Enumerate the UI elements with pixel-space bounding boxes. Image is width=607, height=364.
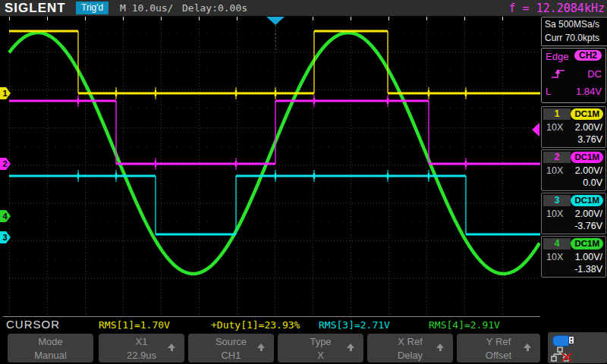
channel-1-box[interactable]: 1 DC1M 10X 2.00V/ 3.76V (541, 106, 606, 148)
menu-xref-button[interactable]: X RefDelay (367, 334, 453, 362)
up-arrow-icon (168, 344, 175, 348)
menu-x1-button[interactable]: X122.9us (99, 334, 184, 362)
trigger-level-marker[interactable] (532, 123, 539, 136)
channel-3-number[interactable]: 3 (543, 195, 571, 206)
trigger-info-box[interactable]: Edge CH2 DC L 1.84V (541, 48, 606, 103)
trigger-status-badge: Trig'd (76, 2, 109, 14)
channel-3-scale: 2.00V/ (575, 209, 602, 219)
channel-2-coupling-badge[interactable]: DC1M (571, 152, 603, 163)
channel-4-probe: 10X (546, 252, 563, 262)
measurement-rms-ch4: RMS[4]=2.91V (429, 319, 500, 331)
top-status-bar: SIGLENT Trig'd M 10.0us/ Delay:0.00s f =… (0, 0, 607, 16)
trigger-coupling: DC (587, 68, 602, 80)
waveform-display: 1234 (0, 16, 540, 318)
channel-1-offset: 3.76V (577, 134, 602, 145)
trigger-type-label: Edge (546, 51, 568, 62)
channel-2-probe: 10X (546, 165, 563, 176)
channel-marker-4[interactable]: 4 (0, 210, 11, 222)
measurement-rms-ch3: RMS[3]=2.71V (319, 319, 390, 331)
channel-2-scale: 2.00V/ (575, 165, 602, 176)
up-arrow-icon (524, 344, 531, 348)
channel-4-coupling-badge[interactable]: DC1M (571, 238, 603, 249)
lan-disconnected-icon (550, 347, 576, 362)
svg-text:2: 2 (3, 159, 8, 168)
oscilloscope-screen: SIGLENT Trig'd M 10.0us/ Delay:0.00s f =… (0, 0, 607, 364)
menu-mode-button[interactable]: ModeManual (8, 334, 93, 362)
channel-1-coupling-badge[interactable]: DC1M (571, 108, 603, 120)
memory-depth: Curr 70.0kpts (545, 31, 607, 45)
up-arrow-icon (436, 344, 444, 348)
channel-2-offset: 0.0V (583, 177, 602, 188)
waveform-ch3 (9, 170, 540, 234)
svg-text:3: 3 (3, 233, 8, 242)
measurement-duty-ch1: +Duty[1]=23.93% (211, 319, 300, 331)
channel-3-offset: -3.76V (574, 221, 602, 231)
graticule (3, 17, 540, 317)
trigger-level-value: 1.84V (576, 86, 602, 97)
status-icon-panel (548, 332, 607, 363)
brand-logo: SIGLENT (5, 1, 66, 16)
up-arrow-icon (257, 344, 265, 348)
acquisition-info-box: Sa 500MSa/s Curr 70.0kpts (541, 17, 607, 46)
channel-1-probe: 10X (546, 122, 563, 133)
channel-marker-1[interactable]: 1 (0, 87, 11, 99)
channel-2-box[interactable]: 2 DC1M 10X 2.00V/ 0.0V (541, 149, 606, 191)
delay-readout[interactable]: Delay:0.00s (182, 2, 247, 14)
channel-2-number[interactable]: 2 (543, 152, 571, 163)
channel-4-offset: -1.38V (574, 264, 602, 275)
channel-4-box[interactable]: 4 DC1M 10X 1.00V/ -1.38V (541, 236, 606, 278)
svg-text:4: 4 (3, 212, 8, 221)
channel-marker-2[interactable]: 2 (0, 158, 11, 170)
channel-3-probe: 10X (546, 209, 563, 219)
trigger-source-badge[interactable]: CH2 (574, 50, 602, 61)
up-arrow-icon (347, 344, 354, 348)
trigger-frequency-readout: f = 12.2084kHz (509, 2, 605, 15)
waveform-ch4 (9, 33, 539, 274)
trigger-level-label: L (546, 86, 551, 97)
menu-yref-button[interactable]: Y RefOffset (457, 334, 540, 362)
rising-edge-icon (551, 67, 566, 82)
menu-type-button[interactable]: TypeX (278, 334, 363, 362)
channel-4-scale: 1.00V/ (575, 252, 602, 262)
channel-4-number[interactable]: 4 (543, 238, 571, 249)
channel-1-number[interactable]: 1 (543, 108, 571, 120)
measurement-rms-ch1: RMS[1]=1.70V (99, 319, 170, 331)
channel-marker-3[interactable]: 3 (0, 231, 11, 243)
svg-text:1: 1 (3, 89, 8, 98)
usb-connected-icon (552, 335, 569, 347)
channel-1-scale: 2.00V/ (575, 122, 602, 133)
timebase-readout[interactable]: M 10.0us/ (120, 2, 173, 14)
channel-3-box[interactable]: 3 DC1M 10X 2.00V/ -3.76V (541, 193, 606, 234)
menu-source-button[interactable]: SourceCH1 (188, 334, 274, 362)
sample-rate: Sa 500MSa/s (545, 17, 607, 31)
cursor-mode-label: CURSOR (6, 318, 60, 331)
channel-3-coupling-badge[interactable]: DC1M (571, 195, 603, 206)
trigger-position-marker[interactable] (266, 17, 285, 25)
